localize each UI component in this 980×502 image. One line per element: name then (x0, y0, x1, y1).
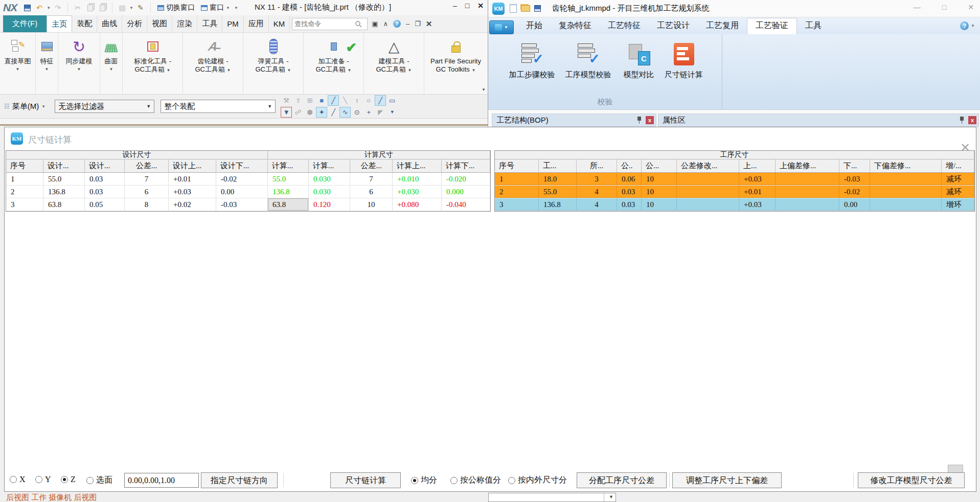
table-cell[interactable]: 10 (642, 173, 677, 185)
table-cell[interactable]: -0.03 (839, 173, 870, 185)
nx-tab-home[interactable]: 主页 (47, 15, 72, 32)
menu-button[interactable]: ☷ 菜单(M) ▼ (0, 102, 50, 111)
table-cell[interactable]: +0.01 (169, 173, 216, 185)
collapse-ribbon-icon[interactable]: ∧ (383, 20, 388, 28)
km-minimize-button[interactable]: — (914, 3, 921, 11)
table-cell[interactable] (870, 173, 942, 185)
table-cell[interactable]: 63.8 (43, 198, 85, 211)
table-cell[interactable]: 136.8 (268, 186, 309, 198)
column-header[interactable]: 公.. (617, 159, 642, 172)
table-row[interactable]: 255.040.0310+0.01-0.02减环 (495, 186, 974, 198)
table-cell[interactable]: 2 (6, 186, 43, 198)
undo-icon[interactable]: ↶ (34, 3, 44, 13)
select-face-radio[interactable]: 选面 (86, 475, 112, 486)
table-cell[interactable]: 10 (642, 186, 677, 198)
format-dropdown-icon[interactable]: ▼ (129, 6, 133, 10)
km-tab-start[interactable]: 开始 (518, 18, 551, 34)
table-cell[interactable] (870, 186, 942, 198)
table-cell[interactable]: +0.01 (739, 186, 776, 198)
km-maximize-button[interactable]: □ (942, 3, 946, 11)
table-cell[interactable]: 10 (642, 198, 677, 211)
column-header[interactable]: 上... (739, 159, 776, 172)
table-cell[interactable]: 0.000 (442, 186, 490, 198)
dialog-title-bar[interactable]: KM 尺寸链计算 ✕ (5, 127, 976, 150)
feather-icon[interactable]: ✎ (135, 3, 146, 13)
table-cell[interactable]: 55.0 (268, 173, 309, 185)
ribbon-overflow-icon[interactable]: ▼ (482, 87, 486, 92)
column-header[interactable]: 公差修改... (677, 159, 739, 172)
table-cell[interactable]: 0.030 (309, 186, 350, 198)
table-cell[interactable] (870, 198, 942, 211)
table-cell[interactable]: 10 (350, 198, 393, 211)
table-cell[interactable]: -0.02 (216, 173, 268, 185)
table-cell[interactable]: 3 (495, 198, 539, 211)
filter-up-icon[interactable]: ⇧ (292, 95, 304, 106)
km-app-button[interactable]: ▼ (489, 20, 514, 34)
redo-icon[interactable]: ↷ (53, 3, 63, 13)
table-cell[interactable]: 1 (495, 173, 539, 185)
table-cell[interactable]: 55.0 (43, 173, 85, 185)
qat-overflow-icon[interactable]: ▼ (234, 6, 238, 10)
format-icon[interactable]: ▤ (117, 3, 127, 13)
km-save-icon[interactable] (534, 5, 541, 12)
snap-center-icon[interactable]: ⊙ (351, 107, 362, 118)
table-cell[interactable]: -0.03 (216, 198, 268, 211)
table-row[interactable]: 118.030.0610+0.03-0.03减环 (495, 173, 974, 186)
nominal-split-radio[interactable]: 按公称值分 (450, 475, 501, 486)
km-tab-complex-feature[interactable]: 复杂特征 (551, 18, 600, 34)
table-cell[interactable]: 4 (577, 198, 617, 211)
ribbon-gear-modeling[interactable]: A̶ 齿轮建模 -GC工具箱 ▼ (183, 33, 243, 94)
snap-circle-icon[interactable]: ○ (363, 95, 374, 106)
table-cell[interactable]: 0.06 (617, 173, 642, 185)
column-header[interactable]: 序号 (6, 159, 43, 172)
nx-tab-curve[interactable]: 曲线 (97, 15, 122, 32)
column-header[interactable]: 所... (577, 159, 617, 172)
nx-tab-view[interactable]: 视图 (147, 15, 172, 32)
table-cell[interactable]: 3 (6, 198, 43, 211)
table-cell[interactable]: +0.03 (739, 173, 776, 185)
nx-restore2-icon[interactable]: ❐ (415, 20, 421, 28)
column-header[interactable]: 公... (642, 159, 677, 172)
nx-minimize-button[interactable]: – (453, 2, 457, 10)
table-cell[interactable] (776, 173, 839, 185)
column-header[interactable]: 计算... (268, 159, 309, 172)
ribbon-machining-prep[interactable]: ✔ 加工准备 -GC工具箱 ▼ (304, 33, 364, 94)
operation-model-verify-button[interactable]: ✓ 工序模型校验 (562, 38, 615, 80)
table-cell[interactable]: 55.0 (539, 186, 577, 198)
column-header[interactable]: 计算... (309, 159, 350, 172)
km-tab-tools[interactable]: 工具 (797, 18, 830, 34)
km-tab-process-verify[interactable]: 工艺验证 (747, 18, 797, 34)
snap-arrow-icon[interactable]: ↑ (351, 95, 362, 106)
new-file-icon[interactable] (510, 4, 517, 13)
table-cell[interactable]: 136.8 (43, 186, 85, 198)
selection-scope-combo[interactable]: 整个装配▼ (161, 100, 276, 113)
nx-tab-assembly[interactable]: 装配 (72, 15, 97, 32)
close-panel-icon[interactable]: x (646, 116, 654, 124)
assign-tolerance-button[interactable]: 分配工序尺寸公差 (577, 472, 667, 488)
table-cell[interactable]: 0.03 (85, 173, 125, 185)
ribbon-spring-tools[interactable]: 弹簧工具 -GC工具箱 ▼ (243, 33, 304, 94)
table-row[interactable]: 363.80.058+0.02-0.0363.80.12010+0.080-0.… (6, 198, 490, 211)
table-cell[interactable]: 3 (577, 173, 617, 185)
table-cell[interactable]: 0.00 (839, 198, 870, 211)
display-box-icon[interactable]: ▭ (386, 95, 398, 106)
column-header[interactable]: 工... (539, 159, 577, 172)
table-cell[interactable]: 6 (125, 186, 169, 198)
table-cell[interactable]: 1 (6, 173, 43, 185)
column-header[interactable]: 公差... (125, 159, 169, 172)
open-file-icon[interactable] (521, 5, 530, 12)
machining-step-verify-button[interactable]: ✓ 加工步骤校验 (506, 38, 559, 80)
window-menu-button[interactable]: 窗口 ▼ (199, 3, 232, 12)
nx-tab-km[interactable]: KM (269, 15, 290, 32)
table-cell[interactable]: 0.120 (309, 198, 350, 211)
table-cell[interactable] (677, 186, 739, 198)
ribbon-surface[interactable]: ▦ 曲面 ▼ (100, 33, 123, 94)
nx-close2-icon[interactable]: ✕ (426, 19, 432, 29)
equal-split-radio[interactable]: 均分 (411, 475, 437, 486)
search-input[interactable] (294, 20, 355, 28)
nx-help-icon[interactable]: ? (393, 20, 401, 28)
ribbon-modeling-tools[interactable]: △ 建模工具 -GC工具箱 ▼ (364, 33, 424, 94)
save-icon[interactable] (22, 3, 32, 13)
link-icon[interactable]: ☍ (292, 107, 304, 118)
table-row[interactable]: 155.00.037+0.01-0.0255.00.0307+0.010-0.0… (6, 173, 490, 186)
